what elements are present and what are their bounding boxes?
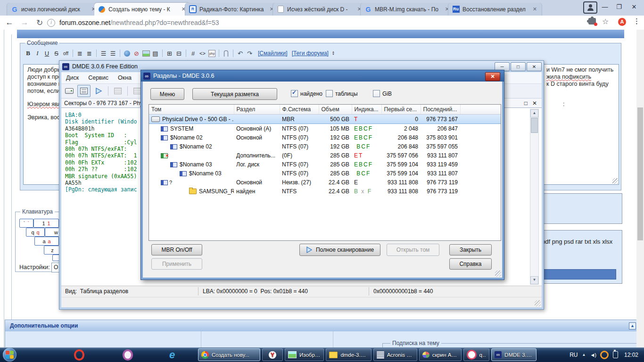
off-button[interactable]: off xyxy=(62,49,70,58)
page-info-icon[interactable]: i xyxy=(47,19,55,27)
table-row[interactable]: $Noname 03Лог. дискNTFS (07)285 GBEBCF37… xyxy=(149,160,501,169)
remove-link-icon[interactable]: ⊘ xyxy=(132,49,140,58)
dialog-titlebar[interactable]: ∞ Разделы - DMDE 3.0.6 xyxy=(141,70,504,82)
window-restore-button[interactable]: ❐ xyxy=(613,2,625,11)
redo-icon[interactable]: ↷ xyxy=(246,49,254,58)
bullet-list-icon[interactable]: ☰ xyxy=(109,49,117,58)
insert-link-icon[interactable] xyxy=(123,49,131,58)
taskbar-dmde-folder-button[interactable]: dmde-3.0.6.648... xyxy=(326,348,371,361)
menu-disk[interactable]: Диск xyxy=(61,74,83,81)
col-first-sector[interactable]: Первый се... xyxy=(381,105,421,115)
collapse-box-icon[interactable]: ⊟ xyxy=(175,49,183,58)
col-indicators[interactable]: Индика... xyxy=(352,105,381,115)
select-drive-icon[interactable] xyxy=(63,85,75,97)
table-row[interactable]: $Noname 03NTFS (07)285 GB BCF375 599 104… xyxy=(149,169,501,178)
mdi-close-icon[interactable]: ✕ xyxy=(532,100,537,107)
opera-icon[interactable] xyxy=(73,349,85,361)
window-resize-grip[interactable] xyxy=(535,300,541,306)
table-row[interactable]: SAMSUNG_RECнайденNTFS22.4 GBB x F933 111… xyxy=(149,187,501,196)
scroll-down-icon[interactable]: ▼ xyxy=(530,276,538,284)
table-row[interactable]: SYSTEMОсновной (A)NTFS (07)105 MBEBCF2 0… xyxy=(149,124,501,133)
menu-service[interactable]: Сервис xyxy=(83,74,113,81)
strike-button[interactable]: S xyxy=(52,49,60,58)
mbr-onoff-button[interactable]: MBR On/Off xyxy=(151,244,202,255)
quote-icon[interactable]: ▤ xyxy=(151,49,159,58)
current-layout-button[interactable]: Текущая разметка xyxy=(192,88,277,100)
language-indicator[interactable]: RU xyxy=(570,352,578,358)
scrollbar-thumb[interactable] xyxy=(531,118,538,133)
menu-windows[interactable]: Окна xyxy=(113,74,136,81)
extra-options-header[interactable]: Дополнительные опции ▲ xyxy=(5,320,640,332)
taskbar-qksee-button[interactable]: qksee xyxy=(463,348,490,361)
attach-icon[interactable] xyxy=(222,49,230,58)
usb-device-icon[interactable] xyxy=(613,351,618,358)
table-row[interactable]: $Noname 02NTFS (07)192 GB BCF206 848375 … xyxy=(149,142,501,151)
hash-button[interactable]: # xyxy=(189,49,197,58)
opera-beta-icon[interactable] xyxy=(122,349,134,361)
table-row[interactable]: Дополнитель...(0F)285 GBET375 597 056933… xyxy=(149,151,501,160)
tray-expand-icon[interactable]: ▲ xyxy=(582,353,586,357)
forum-tags-link[interactable]: [Теги форума] xyxy=(292,50,329,57)
ordered-list-icon[interactable]: ☰ xyxy=(99,49,107,58)
taskbar-chrome-button[interactable]: Создать нову... xyxy=(198,348,260,361)
browser-tab-4[interactable]: Исчез жёсткий диск D - ✕ xyxy=(272,3,367,16)
bold-button[interactable]: B xyxy=(24,49,32,58)
table-row[interactable]: $Noname 02ОсновнойNTFS (07)192 GBEBCF206… xyxy=(149,133,501,142)
window-minimize-button[interactable]: — xyxy=(599,2,611,11)
col-last-sector[interactable]: Последний... xyxy=(421,105,460,115)
open-volume-button[interactable]: Открыть том xyxy=(387,244,439,256)
browser-tab-5[interactable]: G MBR-M.img скачать - По ✕ xyxy=(360,3,454,16)
page-scrollbar-thumb[interactable] xyxy=(637,107,643,240)
page-scrollbar[interactable] xyxy=(636,30,644,347)
key-a[interactable]: aa xyxy=(34,237,59,246)
col-partition[interactable]: Раздел xyxy=(234,105,280,115)
col-volume[interactable]: Том xyxy=(149,105,234,115)
col-size[interactable]: Объем xyxy=(319,105,352,115)
partitions-table[interactable]: Том Раздел Ф.Система Объем Индика... Пер… xyxy=(149,104,501,241)
expand-box-icon[interactable]: ⊞ xyxy=(165,49,173,58)
collapse-section-icon[interactable]: ▲ xyxy=(629,322,636,329)
url-text[interactable]: forum.oszone.net/newthread.php?do=newthr… xyxy=(59,19,219,26)
taskbar-yandex-button[interactable]: Y xyxy=(262,348,283,361)
col-filesystem[interactable]: Ф.Система xyxy=(280,105,319,115)
scroll-up-icon[interactable]: ▲ xyxy=(530,109,538,117)
dmde-close-button[interactable]: ✕ xyxy=(527,62,542,71)
tray-app-icon[interactable] xyxy=(600,351,609,359)
textarea-resize-grip[interactable] xyxy=(612,178,618,184)
help-button[interactable]: Справка xyxy=(449,258,492,270)
volume-icon[interactable]: ◄) xyxy=(590,352,596,358)
undo-icon[interactable]: ↶ xyxy=(236,49,244,58)
browser-profile-button[interactable] xyxy=(583,1,597,14)
underline-button[interactable]: U xyxy=(43,49,51,58)
table-row[interactable]: Physical Drive 0 - 500 GB - ...MBR500 GB… xyxy=(149,115,501,124)
window-close-button[interactable]: ✕ xyxy=(628,2,640,11)
key-1[interactable]: 11 xyxy=(33,219,59,228)
forward-icon[interactable]: → xyxy=(19,17,30,28)
mdi-restore-icon[interactable]: □ xyxy=(524,100,528,107)
browser-tab-3[interactable]: R Радикал-Фото: Картинка ✕ xyxy=(185,3,279,16)
hex-view-scrollbar[interactable]: ▲ ▼ xyxy=(530,109,539,285)
taskbar-dmde-button[interactable]: ∞DMDE 3.0.6 Fre... xyxy=(491,348,537,361)
key-backtick[interactable]: `` xyxy=(19,219,33,228)
partitions-list-icon[interactable] xyxy=(77,85,91,97)
dialog-resize-grip[interactable] xyxy=(495,271,501,277)
clock[interactable]: 12:02 xyxy=(624,352,638,358)
full-scan-button[interactable]: Полное сканирование xyxy=(299,244,380,256)
taskbar-images-button[interactable]: Изображения xyxy=(285,348,324,361)
start-button[interactable] xyxy=(3,348,17,362)
gib-checkbox[interactable]: GiB xyxy=(373,90,392,97)
align-right-icon[interactable]: ≣ xyxy=(85,49,93,58)
code-button[interactable]: <> xyxy=(198,49,206,58)
browser-tab-6[interactable]: Ru Восстановление раздел ✕ xyxy=(448,3,542,16)
taskbar-acronis-button[interactable]: Acronis Disk Di... xyxy=(373,348,417,361)
extension-puzzle-icon[interactable] xyxy=(588,18,596,25)
key-q[interactable]: qq xyxy=(26,228,45,237)
found-checkbox[interactable]: найдено xyxy=(291,90,322,97)
table-row[interactable]: ОсновнойНеизв. (27)22.4 GBE933 111 80897… xyxy=(149,178,501,187)
new-volume-icon-disabled[interactable] xyxy=(112,85,124,97)
close-button[interactable]: Закрыть xyxy=(449,244,492,255)
apply-button[interactable]: Применить xyxy=(151,258,202,270)
dmde-maximize-button[interactable]: □ xyxy=(511,62,526,71)
italic-button[interactable]: I xyxy=(33,49,41,58)
browser-tab-1[interactable]: G исчез логический диск ✕ xyxy=(7,3,101,16)
